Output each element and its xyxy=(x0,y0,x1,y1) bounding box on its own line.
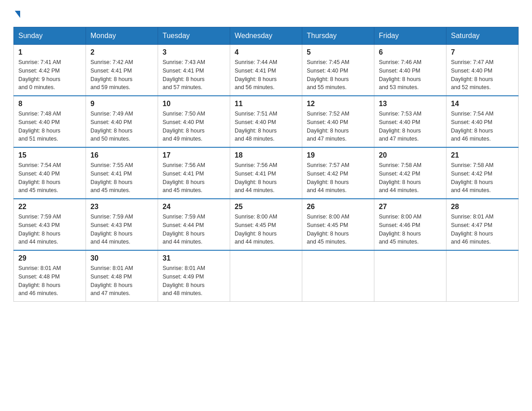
calendar-cell: 7Sunrise: 7:47 AMSunset: 4:40 PMDaylight… xyxy=(446,45,519,96)
day-number: 2 xyxy=(90,48,153,56)
day-info: Sunrise: 7:53 AMSunset: 4:40 PMDaylight:… xyxy=(379,110,442,143)
day-number: 20 xyxy=(379,151,442,159)
calendar-week-row: 8Sunrise: 7:48 AMSunset: 4:40 PMDaylight… xyxy=(14,96,519,147)
day-info: Sunrise: 7:44 AMSunset: 4:41 PMDaylight:… xyxy=(235,58,297,92)
calendar-cell: 11Sunrise: 7:51 AMSunset: 4:40 PMDayligh… xyxy=(230,96,302,147)
day-info: Sunrise: 7:52 AMSunset: 4:40 PMDaylight:… xyxy=(307,110,369,143)
calendar-cell: 30Sunrise: 8:01 AMSunset: 4:48 PMDayligh… xyxy=(86,250,158,302)
calendar-cell: 13Sunrise: 7:53 AMSunset: 4:40 PMDayligh… xyxy=(374,96,446,147)
day-info: Sunrise: 7:57 AMSunset: 4:42 PMDaylight:… xyxy=(307,161,369,195)
day-number: 24 xyxy=(163,203,225,211)
calendar-cell xyxy=(230,250,302,302)
calendar-cell: 10Sunrise: 7:50 AMSunset: 4:40 PMDayligh… xyxy=(158,96,230,147)
calendar-cell: 21Sunrise: 7:58 AMSunset: 4:42 PMDayligh… xyxy=(446,147,519,199)
logo xyxy=(13,9,20,18)
calendar-header-row: SundayMondayTuesdayWednesdayThursdayFrid… xyxy=(14,27,519,45)
day-number: 21 xyxy=(451,151,514,159)
day-info: Sunrise: 7:54 AMSunset: 4:40 PMDaylight:… xyxy=(18,161,81,195)
calendar-cell: 20Sunrise: 7:58 AMSunset: 4:42 PMDayligh… xyxy=(374,147,446,199)
day-number: 11 xyxy=(235,100,297,108)
day-header-saturday: Saturday xyxy=(446,27,519,45)
day-info: Sunrise: 7:59 AMSunset: 4:43 PMDaylight:… xyxy=(90,213,153,246)
day-info: Sunrise: 7:59 AMSunset: 4:44 PMDaylight:… xyxy=(163,213,225,246)
calendar-week-row: 1Sunrise: 7:41 AMSunset: 4:42 PMDaylight… xyxy=(14,45,519,96)
day-info: Sunrise: 7:55 AMSunset: 4:41 PMDaylight:… xyxy=(90,161,153,195)
calendar-cell: 12Sunrise: 7:52 AMSunset: 4:40 PMDayligh… xyxy=(302,96,374,147)
calendar-cell: 6Sunrise: 7:46 AMSunset: 4:40 PMDaylight… xyxy=(374,45,446,96)
calendar-cell: 24Sunrise: 7:59 AMSunset: 4:44 PMDayligh… xyxy=(158,199,230,250)
calendar-table: SundayMondayTuesdayWednesdayThursdayFrid… xyxy=(13,27,519,302)
day-number: 19 xyxy=(307,151,369,159)
day-info: Sunrise: 7:43 AMSunset: 4:41 PMDaylight:… xyxy=(163,58,225,92)
day-info: Sunrise: 7:41 AMSunset: 4:42 PMDaylight:… xyxy=(18,58,81,92)
day-number: 15 xyxy=(18,151,81,159)
calendar-cell: 29Sunrise: 8:01 AMSunset: 4:48 PMDayligh… xyxy=(14,250,86,302)
day-header-tuesday: Tuesday xyxy=(158,27,230,45)
logo-arrow-icon xyxy=(15,11,20,18)
page-header xyxy=(13,9,519,18)
day-info: Sunrise: 7:45 AMSunset: 4:40 PMDaylight:… xyxy=(307,58,369,92)
day-info: Sunrise: 7:49 AMSunset: 4:40 PMDaylight:… xyxy=(90,110,153,143)
day-info: Sunrise: 8:01 AMSunset: 4:47 PMDaylight:… xyxy=(451,213,514,246)
day-number: 5 xyxy=(307,48,369,56)
day-info: Sunrise: 8:01 AMSunset: 4:48 PMDaylight:… xyxy=(90,264,153,298)
day-header-monday: Monday xyxy=(86,27,158,45)
day-info: Sunrise: 7:46 AMSunset: 4:40 PMDaylight:… xyxy=(379,58,442,92)
calendar-cell: 1Sunrise: 7:41 AMSunset: 4:42 PMDaylight… xyxy=(14,45,86,96)
day-number: 12 xyxy=(307,100,369,108)
day-info: Sunrise: 7:54 AMSunset: 4:40 PMDaylight:… xyxy=(451,110,514,143)
calendar-cell xyxy=(446,250,519,302)
day-number: 22 xyxy=(18,203,81,211)
day-number: 29 xyxy=(18,254,81,262)
day-number: 14 xyxy=(451,100,514,108)
day-number: 8 xyxy=(18,100,81,108)
day-number: 30 xyxy=(90,254,153,262)
day-number: 3 xyxy=(163,48,225,56)
day-number: 28 xyxy=(451,203,514,211)
calendar-cell: 16Sunrise: 7:55 AMSunset: 4:41 PMDayligh… xyxy=(86,147,158,199)
calendar-cell: 8Sunrise: 7:48 AMSunset: 4:40 PMDaylight… xyxy=(14,96,86,147)
day-header-wednesday: Wednesday xyxy=(230,27,302,45)
day-number: 10 xyxy=(163,100,225,108)
day-info: Sunrise: 8:00 AMSunset: 4:45 PMDaylight:… xyxy=(235,213,297,246)
day-number: 26 xyxy=(307,203,369,211)
calendar-cell: 19Sunrise: 7:57 AMSunset: 4:42 PMDayligh… xyxy=(302,147,374,199)
day-number: 1 xyxy=(18,48,81,56)
day-number: 6 xyxy=(379,48,442,56)
day-info: Sunrise: 7:58 AMSunset: 4:42 PMDaylight:… xyxy=(451,161,514,195)
day-info: Sunrise: 7:59 AMSunset: 4:43 PMDaylight:… xyxy=(18,213,81,246)
calendar-cell: 2Sunrise: 7:42 AMSunset: 4:41 PMDaylight… xyxy=(86,45,158,96)
day-info: Sunrise: 7:47 AMSunset: 4:40 PMDaylight:… xyxy=(451,58,514,92)
calendar-cell: 23Sunrise: 7:59 AMSunset: 4:43 PMDayligh… xyxy=(86,199,158,250)
calendar-week-row: 29Sunrise: 8:01 AMSunset: 4:48 PMDayligh… xyxy=(14,250,519,302)
calendar-cell: 17Sunrise: 7:56 AMSunset: 4:41 PMDayligh… xyxy=(158,147,230,199)
day-info: Sunrise: 7:48 AMSunset: 4:40 PMDaylight:… xyxy=(18,110,81,143)
calendar-cell: 15Sunrise: 7:54 AMSunset: 4:40 PMDayligh… xyxy=(14,147,86,199)
calendar-cell: 9Sunrise: 7:49 AMSunset: 4:40 PMDaylight… xyxy=(86,96,158,147)
day-number: 27 xyxy=(379,203,442,211)
calendar-cell xyxy=(374,250,446,302)
calendar-cell: 3Sunrise: 7:43 AMSunset: 4:41 PMDaylight… xyxy=(158,45,230,96)
day-number: 31 xyxy=(163,254,225,262)
day-info: Sunrise: 7:42 AMSunset: 4:41 PMDaylight:… xyxy=(90,58,153,92)
day-info: Sunrise: 8:01 AMSunset: 4:49 PMDaylight:… xyxy=(163,264,225,298)
day-info: Sunrise: 7:56 AMSunset: 4:41 PMDaylight:… xyxy=(163,161,225,195)
day-header-sunday: Sunday xyxy=(14,27,86,45)
day-info: Sunrise: 7:56 AMSunset: 4:41 PMDaylight:… xyxy=(235,161,297,195)
day-number: 17 xyxy=(163,151,225,159)
calendar-week-row: 22Sunrise: 7:59 AMSunset: 4:43 PMDayligh… xyxy=(14,199,519,250)
day-number: 23 xyxy=(90,203,153,211)
calendar-cell: 26Sunrise: 8:00 AMSunset: 4:45 PMDayligh… xyxy=(302,199,374,250)
day-number: 18 xyxy=(235,151,297,159)
day-info: Sunrise: 8:00 AMSunset: 4:46 PMDaylight:… xyxy=(379,213,442,246)
calendar-cell xyxy=(302,250,374,302)
day-info: Sunrise: 7:58 AMSunset: 4:42 PMDaylight:… xyxy=(379,161,442,195)
calendar-cell: 27Sunrise: 8:00 AMSunset: 4:46 PMDayligh… xyxy=(374,199,446,250)
day-number: 16 xyxy=(90,151,153,159)
calendar-cell: 14Sunrise: 7:54 AMSunset: 4:40 PMDayligh… xyxy=(446,96,519,147)
calendar-week-row: 15Sunrise: 7:54 AMSunset: 4:40 PMDayligh… xyxy=(14,147,519,199)
day-info: Sunrise: 8:01 AMSunset: 4:48 PMDaylight:… xyxy=(18,264,81,298)
day-number: 7 xyxy=(451,48,514,56)
day-number: 25 xyxy=(235,203,297,211)
calendar-cell: 18Sunrise: 7:56 AMSunset: 4:41 PMDayligh… xyxy=(230,147,302,199)
